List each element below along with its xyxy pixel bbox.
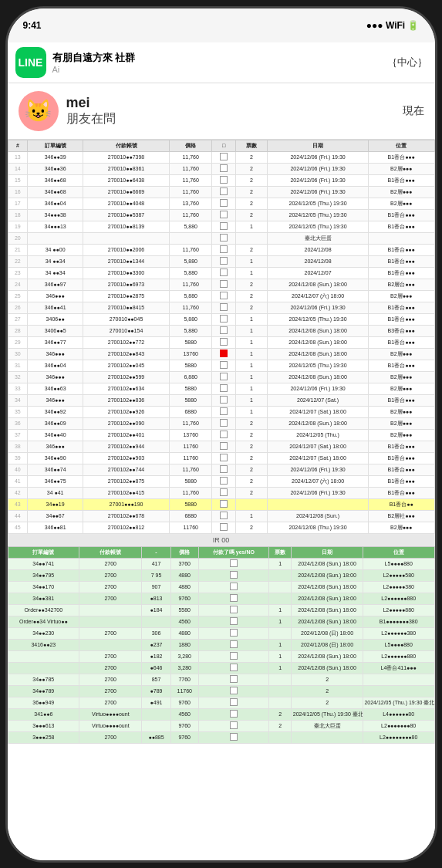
checkbox-cell[interactable] — [212, 394, 235, 406]
table-cell: L2●●●●●880 — [363, 604, 434, 616]
table-cell: 19 — [8, 221, 28, 232]
table-cell: L2●●●●●●●●80 — [363, 731, 434, 743]
table-cell — [170, 232, 212, 244]
checkbox-cell[interactable] — [212, 429, 235, 441]
table-row: 31346●●042700102●●045588012024/12/05 (Th… — [8, 360, 434, 371]
table-cell: B1香台●●● — [368, 313, 434, 325]
table-cell: 27 — [8, 313, 28, 325]
checkbox-cell[interactable] — [198, 720, 268, 731]
checkbox-cell[interactable] — [212, 336, 235, 348]
checkbox-cell[interactable] — [198, 616, 268, 627]
checkbox-cell[interactable] — [198, 731, 268, 743]
table-cell: Virtuo●●●●ount — [79, 708, 142, 720]
table-cell: 11,760 — [170, 186, 212, 198]
table-cell: 2024/12/08 (Sun.) 18:00 — [292, 662, 363, 674]
checkbox-cell[interactable] — [198, 627, 268, 639]
checkbox-cell[interactable] — [212, 221, 235, 232]
checkbox-cell[interactable] — [212, 360, 235, 371]
checkbox-cell[interactable] — [212, 151, 235, 163]
table-cell: L5●●●●880 — [363, 558, 434, 569]
checkbox-cell[interactable] — [212, 313, 235, 325]
table-cell — [268, 674, 291, 685]
checkbox-cell[interactable] — [212, 290, 235, 302]
table-cell: 11760 — [170, 441, 212, 452]
checkbox-cell[interactable] — [212, 498, 235, 510]
table-cell: 2 — [235, 302, 267, 313]
checkbox-cell[interactable] — [212, 186, 235, 198]
table-cell: 1 — [235, 313, 267, 325]
checkbox-cell[interactable] — [212, 174, 235, 186]
checkbox-cell[interactable] — [198, 708, 268, 720]
checkbox-cell[interactable] — [212, 441, 235, 452]
checkbox-cell[interactable] — [212, 371, 235, 383]
checkbox-cell[interactable] — [212, 417, 235, 429]
table-cell: Virtuo●●●●ount — [79, 720, 142, 731]
checkbox-cell[interactable] — [198, 604, 268, 616]
table-row: 13346●●39270010●●739811,76022024/12/06 (… — [8, 151, 434, 163]
table-cell: 2700 — [79, 662, 142, 674]
table-cell: 34●●●13 — [28, 221, 83, 232]
checkbox-cell[interactable] — [212, 163, 235, 174]
checkbox-cell[interactable] — [212, 464, 235, 475]
checkbox-cell[interactable] — [198, 674, 268, 685]
table-row: 4434●●672700102●●678688012024/12/08 (Sun… — [8, 510, 434, 522]
checkbox-cell[interactable] — [198, 639, 268, 650]
checkbox-cell[interactable] — [212, 475, 235, 487]
table-cell: B1香台●●● — [368, 244, 434, 255]
table-container[interactable]: # 訂單編號 付款帳號 價格 □ 票數 日期 位置 13346●●3927001… — [8, 140, 435, 860]
section2-header-row: 打單編號 付款帳號 - 價格 付款了嗎 yes/NO 票數 日期 位置 — [8, 546, 434, 558]
checkbox-cell[interactable] — [212, 244, 235, 255]
table-row: 4234 ●412700102●●41511,76022024/12/06 (F… — [8, 487, 434, 498]
table-cell: 2700102●●744 — [83, 464, 170, 475]
table-cell: ●182 — [142, 650, 170, 662]
checkbox-cell[interactable] — [212, 348, 235, 360]
table-row: 26346●●41270010●●841511,76022024/12/06 (… — [8, 302, 434, 313]
table-cell: 270010●●8139 — [83, 221, 170, 232]
table-cell: 2024/12/07 (Sat.) 18:00 — [268, 441, 369, 452]
table-cell: 30 — [8, 348, 28, 360]
checkbox-cell[interactable] — [212, 325, 235, 336]
table-cell: 44 — [8, 510, 28, 522]
checkbox-cell[interactable] — [212, 510, 235, 522]
checkbox-cell[interactable] — [198, 685, 268, 697]
checkbox-cell[interactable] — [212, 522, 235, 533]
table-cell: 2 — [268, 708, 291, 720]
table-cell: ●●885 — [142, 731, 170, 743]
table-cell: L2●●●●●●380 — [363, 627, 434, 639]
checkbox-cell[interactable] — [212, 198, 235, 209]
table-cell: 2024/12/08 (Sun.) 18:00 — [292, 604, 363, 616]
table-cell: 5,880 — [170, 313, 212, 325]
checkbox-cell[interactable] — [198, 650, 268, 662]
table-cell: 270010●●6973 — [83, 279, 170, 290]
table-row: 273406●●270010●●0455,88012024/12/05 (Thu… — [8, 313, 434, 325]
checkbox-cell[interactable] — [212, 383, 235, 394]
checkbox-cell[interactable] — [198, 593, 268, 604]
checkbox-cell[interactable] — [198, 558, 268, 569]
checkbox-cell[interactable] — [212, 232, 235, 244]
checkbox-cell[interactable] — [212, 267, 235, 279]
checkbox-cell[interactable] — [212, 452, 235, 464]
table-cell: 346●●75 — [28, 475, 83, 487]
table-cell: B2層●●● — [368, 163, 434, 174]
table-cell: 1 — [235, 406, 267, 417]
checkbox-cell[interactable] — [212, 279, 235, 290]
checkbox-cell[interactable] — [212, 406, 235, 417]
checkbox-cell[interactable] — [198, 662, 268, 674]
table-cell: 2700 — [79, 558, 142, 569]
checkbox-cell[interactable] — [198, 581, 268, 593]
table-row: 34346●●●2700102●●836588012024/12/07 (Sat… — [8, 394, 434, 406]
table-cell: 5,880 — [170, 255, 212, 267]
checkbox-cell[interactable] — [198, 569, 268, 581]
checkbox-cell[interactable] — [212, 302, 235, 313]
table-cell: 3760 — [170, 558, 198, 569]
checkbox-cell[interactable] — [212, 487, 235, 498]
table-cell: 11,760 — [170, 487, 212, 498]
checkbox-cell[interactable] — [212, 209, 235, 221]
table-cell: 11,760 — [170, 302, 212, 313]
checkbox-cell[interactable] — [198, 697, 268, 708]
table-cell: 2700102●●843 — [83, 348, 170, 360]
table-cell: 2024/12/05 (Thu.) 19:30 — [268, 360, 369, 371]
checkbox-cell[interactable] — [212, 255, 235, 267]
table-row: 34●●7892700●789117602 — [8, 685, 434, 697]
table-cell: 43 — [8, 498, 28, 510]
